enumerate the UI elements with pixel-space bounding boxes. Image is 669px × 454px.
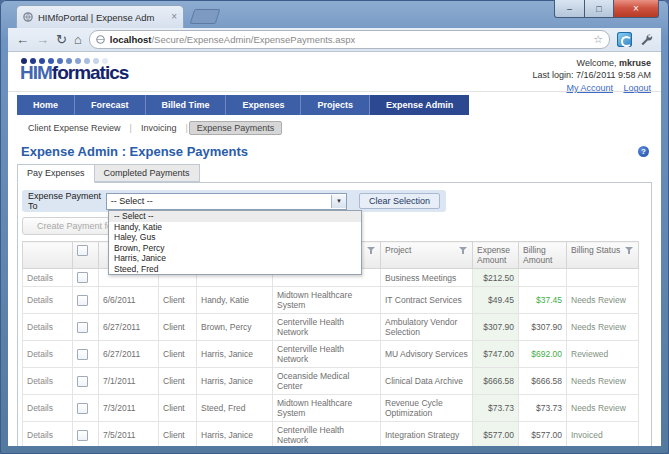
filter-label: Expense Payment To [28,191,102,211]
back-icon[interactable]: ← [16,33,29,47]
client-cell: Centerville Health Network [273,314,381,341]
nav-item-billed-time[interactable]: Billed Time [145,95,226,115]
logout-link[interactable]: Logout [623,83,651,93]
details-link[interactable]: Details [23,341,73,368]
project-cell: MU Advisory Services [381,341,473,368]
subnav-item-invoicing[interactable]: Invoicing [133,121,185,135]
column-header-col0 [23,242,73,269]
select-dropdown-button[interactable]: ▼ [331,195,346,208]
billing-amount-cell: $307.90 [519,314,567,341]
project-cell: Business Meetings [381,269,473,287]
payment-to-cell: Harris, Janice [197,341,273,368]
details-link[interactable]: Details [23,269,73,287]
billing-status-cell: Needs Review [567,287,639,314]
filter-funnel-icon[interactable] [625,246,634,255]
expense-amount-cell: $577.00 [473,422,519,446]
forward-icon[interactable]: → [36,33,49,47]
row-checkbox[interactable] [77,322,88,333]
details-link[interactable]: Details [23,314,73,341]
dropdown-option[interactable]: Haley, Gus [109,232,361,243]
help-icon[interactable]: ? [638,146,649,157]
home-icon[interactable]: ⌂ [74,33,82,47]
url-host: localhost [110,34,152,45]
new-tab-button[interactable] [190,9,221,24]
subnav-item-client-expense-review[interactable]: Client Expense Review [20,121,129,135]
nav-item-expense-admin[interactable]: Expense Admin [369,95,469,115]
details-link[interactable]: Details [23,422,73,446]
page-title: Expense Admin : Expense Payments [21,144,638,159]
dropdown-option[interactable]: -- Select -- [109,211,361,222]
dropdown-option[interactable]: Handy, Katie [109,222,361,233]
browser-tab[interactable]: HIMfoPortal | Expense Adm × [16,5,184,28]
billing-amount-cell [519,269,567,287]
row-checkbox[interactable] [77,430,88,441]
column-header-billing-status[interactable]: Billing Status [567,242,639,269]
bookmark-star-icon[interactable]: ☆ [593,33,603,46]
billing-amount-cell: $73.73 [519,395,567,422]
window-maximize-button[interactable]: □ [585,0,613,18]
select-value: -- Select -- [107,195,331,208]
tab-title: HIMfoPortal | Expense Adm [38,12,166,23]
nav-item-projects[interactable]: Projects [300,95,369,115]
client-cell: Centerville Health Network [273,422,381,446]
details-link[interactable]: Details [23,395,73,422]
row-checkbox-cell [73,314,99,341]
extension-icon[interactable] [617,32,632,47]
window-minimize-button[interactable]: – [554,0,585,18]
column-header-label: Billing Amount [523,245,552,265]
expense-amount-cell: $747.00 [473,341,519,368]
billing-status-cell [567,269,639,287]
filter-bar: Expense Payment To -- Select -- ▼ Clear … [22,190,446,212]
url-text: localhost/Secure/ExpenseAdmin/ExpensePay… [110,34,356,45]
nav-item-expenses[interactable]: Expenses [225,95,300,115]
expense-amount-cell: $212.50 [473,269,519,287]
nav-item-home[interactable]: Home [17,95,74,115]
logo-text: HIMformatics [20,64,128,82]
tab-close-icon[interactable]: × [171,12,177,22]
window-close-button[interactable]: × [613,0,659,18]
subnav-item-expense-payments[interactable]: Expense Payments [189,121,283,135]
filter-funnel-icon[interactable] [459,246,468,255]
row-checkbox[interactable] [77,376,88,387]
nav-item-forecast[interactable]: Forecast [74,95,145,115]
table-row: Details6/27/2011ClientHarris, JaniceCent… [23,341,639,368]
details-link[interactable]: Details [23,287,73,314]
clear-selection-button[interactable]: Clear Selection [359,193,440,209]
payment-to-select[interactable]: -- Select -- ▼ [106,193,347,210]
payment-to-dropdown-list: -- Select --Handy, KatieHaley, GusBrown,… [108,210,362,275]
row-checkbox[interactable] [77,403,88,414]
dropdown-option[interactable]: Brown, Percy [109,243,361,254]
billing-amount-cell: $37.45 [519,287,567,314]
wrench-menu-icon[interactable] [639,33,653,47]
details-link[interactable]: Details [23,368,73,395]
account-links: My Account Logout [533,82,651,94]
tab-completed-payments[interactable]: Completed Payments [95,164,200,182]
client-cell: Centerville Health Network [273,341,381,368]
filter-funnel-icon[interactable] [367,246,376,255]
row-checkbox[interactable] [77,272,88,283]
title-row: Expense Admin : Expense Payments ? [21,144,649,159]
row-checkbox[interactable] [77,295,88,306]
client-cell: Midtown Healthcare System [273,287,381,314]
address-bar[interactable]: localhost/Secure/ExpenseAdmin/ExpensePay… [89,30,610,49]
project-cell: Clinical Data Archive [381,368,473,395]
column-header-label: Project [385,245,411,255]
expense-date-cell: 7/1/2011 [99,368,159,395]
welcome-line: Welcome, mkruse [533,57,651,69]
row-checkbox[interactable] [77,349,88,360]
select-all-checkbox[interactable] [77,245,88,256]
row-checkbox-cell [73,422,99,446]
reload-icon[interactable]: ↻ [56,33,67,47]
column-header-billing-amount[interactable]: Billing Amount [519,242,567,269]
my-account-link[interactable]: My Account [566,83,613,93]
row-checkbox-cell [73,395,99,422]
column-header-col1[interactable] [73,242,99,269]
expense-date-cell: 7/5/2011 [99,422,159,446]
browser-window: HIMfoPortal | Expense Adm × – □ × ← → ↻ … [0,0,669,454]
dropdown-option[interactable]: Steed, Fred [109,264,361,275]
dropdown-option[interactable]: Harris, Janice [109,253,361,264]
column-header-expense-amount[interactable]: Expense Amount [473,242,519,269]
tab-pay-expenses[interactable]: Pay Expenses [17,164,95,183]
payment-to-cell: Brown, Percy [197,314,273,341]
column-header-project[interactable]: Project [381,242,473,269]
